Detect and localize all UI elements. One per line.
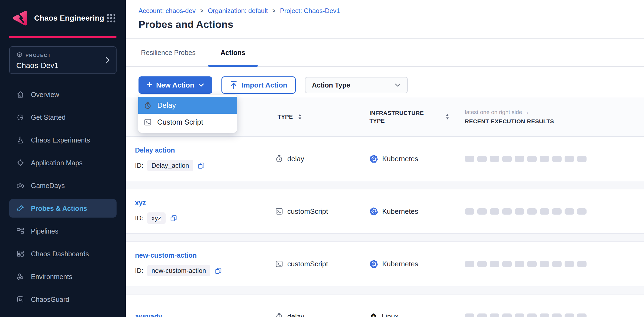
import-icon xyxy=(230,81,237,89)
sidebar-item-chaos-dashboards[interactable]: Chaos Dashboards xyxy=(9,245,117,263)
infrastructure-value: Kubernetes xyxy=(382,207,418,216)
table-row: Delay actionID:Delay_actiondelayKubernet… xyxy=(126,137,644,181)
sidebar-item-environments[interactable]: Environments xyxy=(9,267,117,286)
tab-actions[interactable]: Actions xyxy=(208,39,258,66)
import-action-button[interactable]: Import Action xyxy=(221,76,296,94)
execution-placeholder-block xyxy=(502,208,512,215)
main-content: Account: chaos-dev>Organization: default… xyxy=(126,0,644,317)
sidebar-item-get-started[interactable]: Get Started xyxy=(9,108,117,127)
execution-placeholder-block xyxy=(552,208,562,215)
action-id-chip: new-custom-action xyxy=(147,265,210,276)
environments-icon xyxy=(16,273,24,281)
sort-icon[interactable] xyxy=(445,114,449,120)
sidebar-item-label: Chaos Dashboards xyxy=(31,250,89,258)
sidebar-item-label: Chaos Experiments xyxy=(31,136,90,144)
execution-placeholder-block xyxy=(540,208,549,215)
probe-icon xyxy=(16,204,24,212)
action-name-cell: awrvadv xyxy=(126,313,275,317)
sidebar-item-chaos-experiments[interactable]: Chaos Experiments xyxy=(9,131,117,149)
kubernetes-icon xyxy=(369,260,378,268)
project-selector[interactable]: PROJECT Chaos-Dev1 xyxy=(9,46,117,74)
sidebar-item-label: ChaosGuard xyxy=(31,296,69,303)
lock-icon xyxy=(16,295,24,303)
copy-icon[interactable] xyxy=(198,162,205,169)
execution-placeholder-block xyxy=(490,156,499,162)
execution-placeholder-block xyxy=(577,313,587,317)
sidebar-item-label: Application Maps xyxy=(31,159,82,167)
sort-icon[interactable] xyxy=(298,114,302,120)
action-name-link[interactable]: new-custom-action xyxy=(135,251,275,259)
execution-placeholder-block xyxy=(577,261,587,267)
execution-placeholder-block xyxy=(527,313,537,317)
harness-chaos-logo-icon xyxy=(12,10,28,26)
dropdown-item-delay[interactable]: Delay xyxy=(138,97,237,114)
sidebar-item-application-maps[interactable]: Application Maps xyxy=(9,154,117,172)
infrastructure-cell: Kubernetes xyxy=(369,154,460,163)
kubernetes-icon xyxy=(369,154,378,163)
sidebar-item-overview[interactable]: Overview xyxy=(9,85,117,104)
recent-execution-results xyxy=(460,208,644,215)
execution-placeholder-block xyxy=(552,261,562,267)
terminal-icon xyxy=(275,207,283,215)
table-row: new-custom-actionID:new-custom-actioncus… xyxy=(126,242,644,286)
action-id-line: ID:xyz xyxy=(135,212,275,224)
row-gap xyxy=(126,286,644,295)
execution-placeholder-block xyxy=(477,156,487,162)
new-action-button[interactable]: + New Action xyxy=(139,76,212,94)
copy-icon[interactable] xyxy=(215,267,222,274)
page-header: Account: chaos-dev>Organization: default… xyxy=(126,0,644,39)
infrastructure-cell: Kubernetes xyxy=(369,207,460,216)
project-box-icon xyxy=(16,51,23,59)
action-name-link[interactable]: xyz xyxy=(135,199,275,207)
sidebar-item-chaosguard[interactable]: ChaosGuard xyxy=(9,290,117,309)
infrastructure-value: Kubernetes xyxy=(382,155,418,163)
column-type: TYPE xyxy=(275,114,369,120)
execution-placeholder-block xyxy=(477,313,487,317)
sidebar-item-probes-actions[interactable]: Probes & Actions xyxy=(9,199,117,218)
sidebar-item-gamedays[interactable]: GameDays xyxy=(9,176,117,195)
breadcrumb-link[interactable]: Project: Chaos-Dev1 xyxy=(280,7,340,15)
chevron-right-icon xyxy=(105,56,110,64)
execution-placeholder-block xyxy=(502,156,512,162)
tab-bar: Resilience ProbesActions xyxy=(126,39,644,67)
action-type-select[interactable]: Action Type xyxy=(305,77,408,93)
execution-placeholder-block xyxy=(577,208,587,215)
plus-icon: + xyxy=(147,80,152,90)
execution-placeholder-block xyxy=(490,208,499,215)
execution-placeholder-block xyxy=(490,261,499,267)
pipeline-icon xyxy=(16,227,24,235)
terminal-icon xyxy=(275,260,283,268)
dashboard-icon xyxy=(16,250,24,258)
toolbar: + New Action Import Action Action Type xyxy=(126,67,644,97)
copy-icon[interactable] xyxy=(170,215,177,222)
action-name-link[interactable]: Delay action xyxy=(135,146,275,154)
execution-placeholder-block xyxy=(552,156,562,162)
table-row: xyzID:xyzcustomScriptKubernetes xyxy=(126,189,644,233)
action-name-cell: new-custom-actionID:new-custom-action xyxy=(126,251,275,276)
chevron-down-icon xyxy=(395,83,401,87)
sidebar: Chaos Engineering PROJECT Chaos-Dev1 xyxy=(0,0,126,317)
execution-placeholder-block xyxy=(527,261,537,267)
action-type-value: customScript xyxy=(287,260,328,268)
infrastructure-value: Kubernetes xyxy=(382,260,418,268)
tab-resilience-probes[interactable]: Resilience Probes xyxy=(128,39,208,66)
execution-placeholder-block xyxy=(465,261,474,267)
stopwatch-icon xyxy=(275,312,283,317)
infrastructure-cell: Kubernetes xyxy=(369,260,460,268)
breadcrumb-link[interactable]: Organization: default xyxy=(208,7,268,15)
dropdown-item-label: Custom Script xyxy=(157,118,203,127)
execution-placeholder-block xyxy=(465,313,474,317)
dropdown-item-custom-script[interactable]: Custom Script xyxy=(138,114,237,131)
column-recent-execution-results: latest one on right side → RECENT EXECUT… xyxy=(460,109,644,125)
action-name-link[interactable]: awrvadv xyxy=(135,313,275,317)
sidebar-item-pipelines[interactable]: Pipelines xyxy=(9,222,117,240)
action-type-cell: delay xyxy=(275,312,369,317)
terminal-icon xyxy=(144,118,152,126)
module-switcher-grid-icon[interactable] xyxy=(106,13,116,23)
breadcrumb-link[interactable]: Account: chaos-dev xyxy=(139,7,196,15)
action-id-chip: xyz xyxy=(147,212,166,224)
column-infrastructure-type: INFRASTRUCTURE TYPE xyxy=(369,109,460,125)
action-type-cell: delay xyxy=(275,155,369,163)
sidebar-item-label: Overview xyxy=(31,91,59,99)
home-icon xyxy=(16,90,24,99)
